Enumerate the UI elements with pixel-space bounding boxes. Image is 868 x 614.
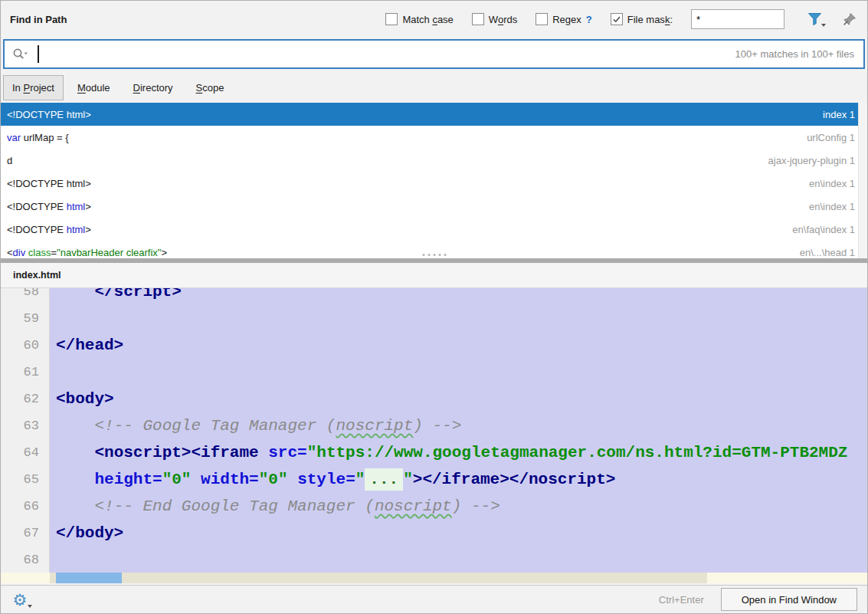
regex-help-icon[interactable]: ? bbox=[586, 14, 592, 25]
tab-directory[interactable]: Directory bbox=[124, 75, 182, 100]
result-match-text: <!DOCTYPE html> bbox=[7, 224, 783, 235]
code-segment bbox=[56, 444, 94, 461]
editor-line[interactable]: 60</head> bbox=[1, 332, 867, 359]
pin-window-button[interactable] bbox=[841, 11, 858, 28]
editor-line[interactable]: 64 <noscript><iframe src="https://www.go… bbox=[1, 439, 867, 466]
result-row[interactable]: <!DOCTYPE html>en\index 1 bbox=[1, 172, 867, 195]
editor-line[interactable]: 59 bbox=[1, 305, 867, 332]
line-code: <body> bbox=[50, 386, 867, 412]
editor-line[interactable]: 58 </script> bbox=[1, 288, 867, 305]
search-input[interactable] bbox=[39, 41, 735, 67]
result-match-text: <!DOCTYPE html> bbox=[7, 201, 800, 212]
tab-in-project[interactable]: In Project bbox=[3, 75, 64, 100]
tab-scope[interactable]: Scope bbox=[187, 75, 234, 100]
line-code bbox=[50, 305, 867, 332]
magnifier-icon bbox=[11, 47, 28, 62]
chevron-down-icon bbox=[28, 605, 32, 608]
match-case-checkbox[interactable] bbox=[385, 13, 398, 25]
result-row[interactable]: dajax-jquery-plugin 1 bbox=[1, 149, 867, 172]
code-segment: = bbox=[152, 471, 162, 488]
code-segment: class bbox=[28, 247, 51, 258]
line-code bbox=[50, 547, 867, 573]
result-file-label: en\...\head 1 bbox=[800, 247, 855, 258]
code-segment: <!-- End Google Tag Manager ( bbox=[94, 497, 374, 515]
checkmark-icon bbox=[612, 15, 621, 24]
splitter-grip[interactable] bbox=[422, 254, 446, 256]
code-editor[interactable]: 58 </script>5960</head>6162<body>63 <!--… bbox=[1, 288, 867, 573]
file-mask-label: File mask: bbox=[627, 14, 673, 25]
code-segment: var bbox=[7, 132, 21, 143]
line-number: 60 bbox=[1, 332, 50, 359]
code-segment bbox=[191, 471, 201, 488]
code-segment: <!DOCTYPE bbox=[7, 201, 67, 212]
code-segment: ) --> bbox=[452, 497, 500, 515]
search-box[interactable]: 100+ matches in 100+ files bbox=[3, 39, 865, 69]
line-number: 62 bbox=[1, 386, 50, 412]
tab-module[interactable]: Module bbox=[68, 75, 120, 100]
file-mask-input[interactable] bbox=[691, 9, 784, 29]
search-history-button[interactable] bbox=[11, 47, 28, 62]
code-segment: urlMap = { bbox=[21, 132, 69, 143]
page-title: Find in Path bbox=[10, 14, 67, 25]
code-segment: </head> bbox=[56, 337, 123, 354]
editor-line[interactable]: 61 bbox=[1, 359, 867, 386]
code-segment: " bbox=[403, 471, 413, 488]
result-file-label: ajax-jquery-plugin 1 bbox=[768, 155, 855, 166]
editor-line[interactable]: 68 bbox=[1, 547, 867, 573]
editor-line[interactable]: 65 height="0" width="0" style="..."></if… bbox=[1, 466, 867, 493]
code-segment: <!DOCTYPE html> bbox=[7, 178, 91, 189]
chevron-down-icon bbox=[821, 24, 826, 27]
results-list: <!DOCTYPE html>index 1var urlMap = {urlC… bbox=[1, 103, 867, 258]
code-segment: <noscript><iframe bbox=[94, 444, 268, 461]
words-label: Words bbox=[489, 14, 517, 25]
result-match-text: <!DOCTYPE html> bbox=[7, 109, 814, 120]
line-number: 67 bbox=[1, 520, 50, 547]
line-code: </script> bbox=[50, 288, 867, 305]
result-file-label: en\index 1 bbox=[809, 178, 855, 189]
result-file-label: en\faq\index 1 bbox=[792, 224, 855, 235]
file-mask-option[interactable]: File mask: bbox=[611, 13, 673, 25]
line-number: 66 bbox=[1, 493, 50, 520]
code-segment bbox=[56, 497, 94, 515]
editor-line[interactable]: 62<body> bbox=[1, 386, 867, 412]
match-case-option[interactable]: Match case bbox=[385, 13, 453, 25]
line-code: <noscript><iframe src="https://www.googl… bbox=[50, 439, 867, 466]
line-code: </body> bbox=[50, 520, 867, 547]
editor-line[interactable]: 67</body> bbox=[1, 520, 867, 547]
line-number: 65 bbox=[1, 466, 50, 493]
words-checkbox[interactable] bbox=[472, 13, 484, 25]
settings-button[interactable]: ⚙ bbox=[11, 590, 29, 609]
result-row[interactable]: var urlMap = {urlConfig 1 bbox=[1, 126, 867, 149]
result-row[interactable]: <!DOCTYPE html>index 1 bbox=[1, 103, 867, 126]
result-row[interactable]: <!DOCTYPE html>en\faq\index 1 bbox=[1, 218, 867, 241]
code-segment: = bbox=[346, 471, 355, 488]
dialog-header: Find in Path Match case Words Regex ? Fi… bbox=[1, 1, 867, 38]
folded-region[interactable]: ... bbox=[365, 468, 403, 491]
shortcut-hint: Ctrl+Enter bbox=[659, 594, 704, 606]
search-row: 100+ matches in 100+ files bbox=[1, 38, 867, 72]
line-code bbox=[50, 359, 867, 386]
editor-line[interactable]: 63 <!-- Google Tag Manager (noscript) --… bbox=[1, 412, 867, 439]
line-code: <!-- Google Tag Manager (noscript) --> bbox=[50, 412, 867, 439]
regex-checkbox[interactable] bbox=[536, 13, 548, 25]
line-code: height="0" width="0" style="..."></ifram… bbox=[50, 466, 867, 493]
result-row[interactable]: <!DOCTYPE html>en\index 1 bbox=[1, 195, 867, 218]
editor-line[interactable]: 66 <!-- End Google Tag Manager (noscript… bbox=[1, 493, 867, 520]
code-segment: noscript bbox=[336, 417, 413, 435]
scope-tabs: In Project Module Directory Scope bbox=[1, 72, 867, 103]
words-option[interactable]: Words bbox=[472, 13, 517, 25]
regex-option[interactable]: Regex ? bbox=[536, 13, 592, 25]
match-case-label: Match case bbox=[402, 14, 453, 25]
results-vertical-scrollbar[interactable] bbox=[858, 103, 867, 258]
code-segment: src bbox=[268, 444, 297, 461]
editor-horizontal-scrollbar[interactable] bbox=[1, 573, 867, 583]
file-mask-checkbox[interactable] bbox=[611, 13, 623, 25]
filter-results-button[interactable] bbox=[806, 11, 823, 28]
line-number: 68 bbox=[1, 547, 50, 573]
code-segment: div bbox=[13, 247, 26, 258]
scrollbar-thumb[interactable] bbox=[56, 573, 122, 583]
code-segment: </script> bbox=[56, 288, 182, 300]
code-segment: > bbox=[161, 247, 167, 258]
open-in-find-window-button[interactable]: Open in Find Window bbox=[721, 588, 857, 611]
scrollbar-track[interactable] bbox=[50, 573, 707, 583]
